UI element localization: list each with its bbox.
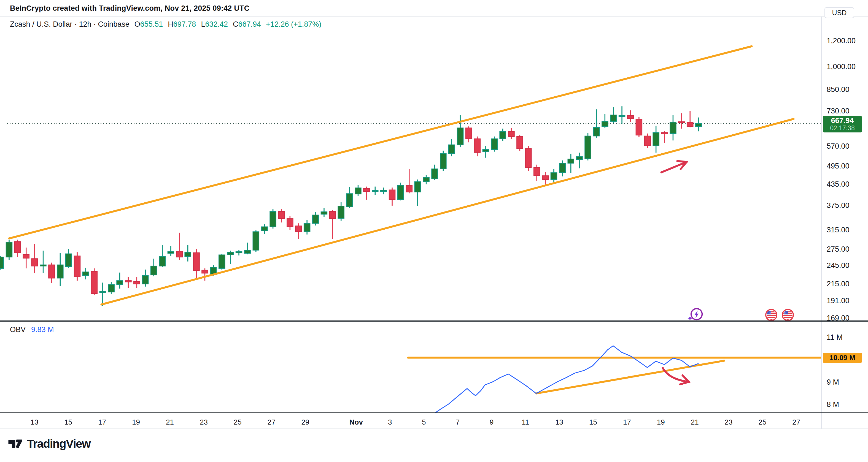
candle [142,269,148,287]
time-tick-label: 23 [725,418,733,427]
candle [338,202,344,221]
watermark-text: BeInCrypto created with TradingView.com,… [10,4,249,13]
candle [261,224,268,234]
tradingview-logo[interactable]: TradingView [8,437,90,451]
candle [559,161,565,176]
pane-divider-bottom[interactable] [0,412,868,413]
obv-tick-label: 8 M [827,400,839,409]
candle [474,137,480,156]
price-tick-label: 1,200.00 [827,36,856,45]
candle [6,239,12,260]
candle [568,154,574,173]
price-tick-label: 275.00 [827,245,849,254]
candle [0,256,4,269]
candle [398,183,404,200]
candle [125,277,131,288]
tradingview-chart-page: BeInCrypto created with TradingView.com,… [0,0,868,462]
price-tick-label: 570.00 [827,142,849,151]
candle [347,187,353,208]
candle [457,115,463,147]
time-tick-label: 13 [31,418,38,427]
price-tick-label: 850.00 [827,85,849,94]
candle [14,239,21,257]
candle [253,230,259,252]
candle [202,268,208,281]
time-tick-label: 23 [200,418,208,427]
obv-trendline [536,361,724,393]
candle [40,251,46,273]
candle [176,233,182,260]
candle [134,277,140,288]
candle [278,209,284,223]
candle [32,244,38,273]
candle [491,137,497,152]
time-tick-label: 29 [302,418,309,427]
tradingview-logo-mark-icon [8,437,23,451]
candle [66,249,72,268]
candle [330,210,336,239]
time-tick-label: 25 [758,418,766,427]
time-tick-label: 21 [166,418,174,427]
candle [508,128,515,139]
last-price-badge: 667.94 02:17:38 [823,116,862,132]
obv-title[interactable]: OBV [10,325,26,334]
candle [227,251,234,264]
obv-tick-label: 9 M [827,378,839,387]
candle [389,188,395,206]
price-tick-label: 375.00 [827,201,849,210]
bar-countdown: 02:17:38 [823,125,862,131]
candle [270,209,276,229]
candle [687,111,693,127]
candle [117,272,123,289]
candle [577,153,583,168]
time-tick-label: 19 [132,418,140,427]
candlestick-series [0,106,702,306]
candle [287,216,293,230]
candle [542,172,548,186]
last-price-value: 667.94 [823,117,862,125]
candle [500,129,506,141]
pane-divider-top[interactable] [0,321,868,322]
time-tick-label: 5 [422,418,426,427]
time-tick-label: 9 [490,418,494,427]
candle [517,135,523,151]
candle [653,126,659,153]
candle [448,139,455,156]
candle [525,146,531,171]
candle [304,220,310,235]
candle [355,185,361,196]
price-tick-label: 315.00 [827,226,849,234]
time-tick-label: 27 [792,418,800,427]
time-tick-label: 27 [268,418,276,427]
candle [296,223,302,239]
candle [168,246,174,256]
candle [23,248,29,268]
candle [636,117,642,137]
time-tick-label: 21 [691,418,699,427]
price-tick-label: 191.00 [827,296,849,305]
candle [534,165,540,181]
candle [219,254,225,269]
trend-channel-upper [9,46,752,238]
obv-level-badge: 10.09 M [823,353,862,363]
usd-currency-button[interactable]: USD [825,7,854,18]
candle [108,282,114,294]
candle [91,268,97,295]
obv-pane [0,322,821,413]
candle [440,151,446,171]
price-tick-label: 245.00 [827,261,849,270]
candle [483,146,489,158]
candle [236,250,242,256]
time-tick-label: 13 [555,418,563,427]
candle [585,133,591,160]
bullish-arrow [661,161,687,172]
time-axis-border [0,428,868,429]
time-tick-label: 7 [456,418,460,427]
candle [602,114,608,128]
candle [645,134,651,148]
candle [49,263,55,283]
obv-tick-label: 11 M [827,333,843,342]
candle [670,115,676,140]
candle [627,110,633,122]
candle [185,245,191,262]
